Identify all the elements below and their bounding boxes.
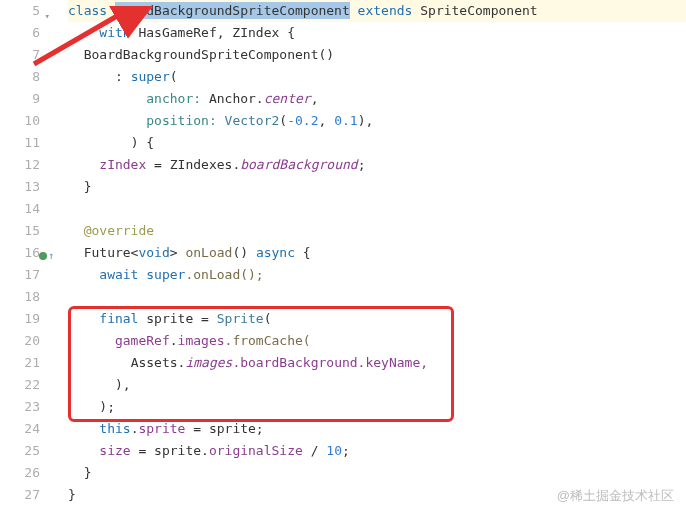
- code-line-5[interactable]: class BoardBackgroundSpriteComponent ext…: [68, 0, 686, 22]
- line-number: 6: [0, 22, 40, 44]
- line-number: 9: [0, 88, 40, 110]
- line-number: 13: [0, 176, 40, 198]
- code-content[interactable]: class BoardBackgroundSpriteComponent ext…: [48, 0, 686, 513]
- watermark-text: @稀土掘金技术社区: [557, 487, 674, 505]
- code-line-21[interactable]: Assets.images.boardBackground.keyName,: [68, 352, 686, 374]
- line-number: 26: [0, 462, 40, 484]
- line-number: 15: [0, 220, 40, 242]
- line-number: 10: [0, 110, 40, 132]
- code-line-10[interactable]: position: Vector2(-0.2, 0.1),: [68, 110, 686, 132]
- code-line-16[interactable]: Future<void> onLoad() async {: [68, 242, 686, 264]
- line-number: 27: [0, 484, 40, 506]
- code-line-20[interactable]: gameRef.images.fromCache(: [68, 330, 686, 352]
- line-number: 17: [0, 264, 40, 286]
- line-number: 23: [0, 396, 40, 418]
- line-number: 14: [0, 198, 40, 220]
- code-editor[interactable]: 5▾ 6 7 8 9 10 11 12 13 14 15 16↑ 17 18 1…: [0, 0, 686, 513]
- line-number: 20: [0, 330, 40, 352]
- code-line-24[interactable]: this.sprite = sprite;: [68, 418, 686, 440]
- selected-class-name[interactable]: BoardBackgroundSpriteComponent: [115, 2, 350, 19]
- code-line-17[interactable]: await super.onLoad();: [68, 264, 686, 286]
- code-line-9[interactable]: anchor: Anchor.center,: [68, 88, 686, 110]
- override-gutter-icon[interactable]: [39, 252, 47, 260]
- line-gutter: 5▾ 6 7 8 9 10 11 12 13 14 15 16↑ 17 18 1…: [0, 0, 48, 513]
- line-number: 25: [0, 440, 40, 462]
- code-line-15[interactable]: @override: [68, 220, 686, 242]
- line-number: 18: [0, 286, 40, 308]
- code-line-19[interactable]: final sprite = Sprite(: [68, 308, 686, 330]
- code-line-6[interactable]: with HasGameRef, ZIndex {: [68, 22, 686, 44]
- line-number: 11: [0, 132, 40, 154]
- code-line-8[interactable]: : super(: [68, 66, 686, 88]
- code-line-11[interactable]: ) {: [68, 132, 686, 154]
- line-number: 21: [0, 352, 40, 374]
- line-number: 16↑: [0, 242, 40, 264]
- line-number: 24: [0, 418, 40, 440]
- code-line-23[interactable]: );: [68, 396, 686, 418]
- line-number: 22: [0, 374, 40, 396]
- line-number: 12: [0, 154, 40, 176]
- code-line-18[interactable]: [68, 286, 686, 308]
- line-number: 5▾: [0, 0, 40, 22]
- code-line-25[interactable]: size = sprite.originalSize / 10;: [68, 440, 686, 462]
- line-number: 7: [0, 44, 40, 66]
- code-line-26[interactable]: }: [68, 462, 686, 484]
- code-line-7[interactable]: BoardBackgroundSpriteComponent(): [68, 44, 686, 66]
- code-line-12[interactable]: zIndex = ZIndexes.boardBackground;: [68, 154, 686, 176]
- code-line-22[interactable]: ),: [68, 374, 686, 396]
- line-number: 19: [0, 308, 40, 330]
- line-number: 8: [0, 66, 40, 88]
- code-line-13[interactable]: }: [68, 176, 686, 198]
- code-line-14[interactable]: [68, 198, 686, 220]
